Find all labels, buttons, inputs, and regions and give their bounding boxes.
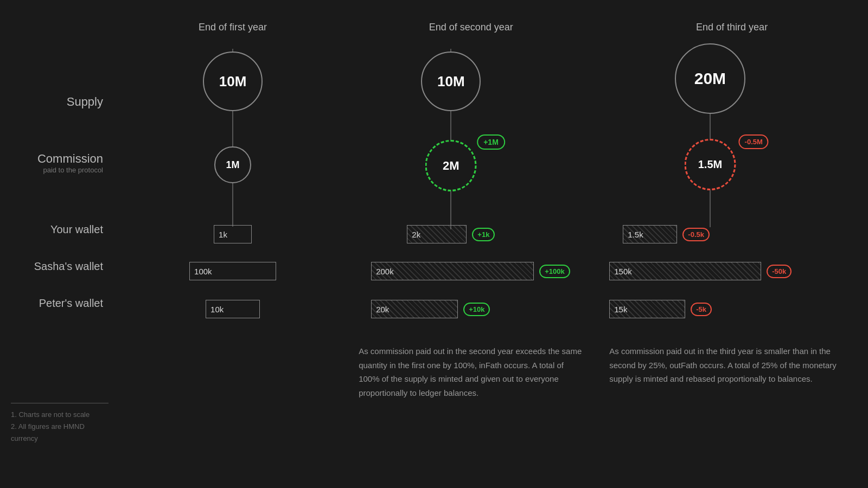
year3-sashas-wallet-delta: -50k — [767, 265, 792, 278]
your-wallet-label: Your wallet — [50, 223, 103, 236]
year2-peters-wallet-delta: +10k — [463, 303, 490, 316]
commission-sub-label: paid to the protocol — [37, 166, 103, 174]
year3-peters-wallet-delta: -5k — [691, 303, 712, 316]
year1-your-wallet-bar: 1k — [214, 225, 252, 243]
year2-supply-circle: 10M — [421, 52, 481, 111]
year3-peters-wallet-bar: 15k — [609, 300, 685, 318]
year2-title: End of second year — [429, 22, 513, 33]
sashas-wallet-label: Sasha's wallet — [34, 260, 103, 273]
year3-title: End of third year — [696, 22, 768, 33]
year2-your-wallet-bar: 2k — [407, 225, 467, 243]
year2-commission-circle: 2M — [425, 140, 477, 191]
year3-sashas-wallet-bar: 150k — [609, 262, 761, 280]
year2-commission-delta: +1M — [477, 134, 505, 150]
year3-your-wallet-bar: 1.5k — [623, 225, 677, 243]
year3-supply-circle: 20M — [675, 43, 745, 114]
year1-supply-circle: 10M — [203, 52, 263, 111]
year1-commission-circle: 1M — [214, 146, 251, 183]
commission-label: Commission — [37, 152, 103, 166]
year2-description: As commission paid out in the second yea… — [359, 344, 583, 400]
year2-your-wallet-delta: +1k — [472, 228, 495, 241]
footnote-2: 2. All figures are HMND currency — [11, 421, 108, 445]
year1-sashas-wallet-bar: 100k — [189, 262, 276, 280]
year1-peters-wallet-bar: 10k — [206, 300, 260, 318]
year3-description: As commission paid out in the third year… — [609, 344, 841, 386]
year3-your-wallet-delta: -0.5k — [682, 228, 710, 241]
year3-commission-circle: 1.5M — [684, 139, 736, 190]
year1-title: End of first year — [199, 22, 267, 33]
year3-commission-delta: -0.5M — [739, 134, 769, 149]
year2-peters-wallet-bar: 20k — [371, 300, 458, 318]
footnote-1: 1. Charts are not to scale — [11, 409, 108, 421]
supply-label: Supply — [67, 95, 103, 109]
year2-sashas-wallet-bar: 200k — [371, 262, 534, 280]
year2-sashas-wallet-delta: +100k — [539, 265, 570, 278]
peters-wallet-label: Peter's wallet — [39, 297, 103, 310]
main-area: Supply Commission paid to the protocol Y… — [0, 0, 868, 488]
